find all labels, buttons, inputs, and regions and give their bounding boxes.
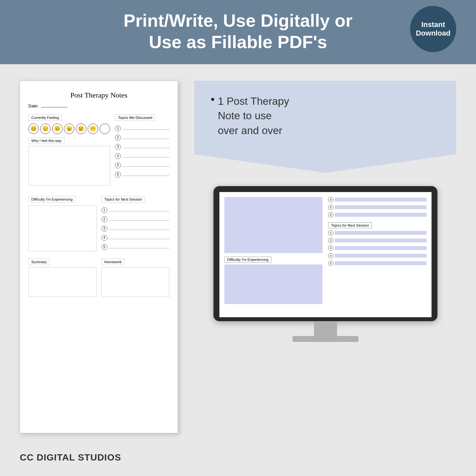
blue-banner: • 1 Post TherapyNote to useover and over: [194, 81, 456, 173]
doc-left-col: Currently Feeling 😊 😔 😐 😠 😢 😶 Why I feel…: [28, 114, 110, 189]
emoji-row: 😊 😔 😐 😠 😢 😶: [28, 124, 110, 134]
difficulty-label: Difficulty I'm Experiencing: [28, 196, 75, 203]
list-item: 5: [101, 244, 170, 250]
topics-next-list: 1 2 3 4 5: [101, 207, 170, 250]
list-item: 6: [115, 172, 169, 178]
screen-box-small: [224, 265, 323, 304]
topics-discussed-label: Topics We Discussed: [115, 114, 155, 121]
instant-download-badge: Instant Download: [410, 6, 456, 52]
header-banner: Print/Write, Use Digitally orUse as Fill…: [0, 0, 476, 64]
emoji-angry: 😠: [64, 124, 74, 134]
screen-content: Difficulty I'm Experiencing 4 5 6: [219, 192, 432, 317]
summary-label: Summary: [28, 259, 50, 265]
list-item: 1: [101, 207, 170, 213]
screen-list-item: 5: [328, 261, 427, 266]
monitor-stand-neck: [314, 321, 337, 336]
emoji-happy: 😊: [28, 124, 39, 134]
why-label: Why I feel this way: [28, 137, 65, 144]
screen-left: Difficulty I'm Experiencing: [224, 197, 323, 312]
difficulty-text-box: [28, 205, 97, 251]
main-content: Post Therapy Notes Date: Currently Feeli…: [0, 64, 476, 446]
summary-text-box: [28, 267, 97, 297]
topics-next-col: Topics for Next Session 1 2 3 4 5: [101, 193, 170, 255]
topics-discussed-list: 1 2 3 4 5 6: [115, 126, 169, 178]
screen-topics-next-label: Topics for Next Session: [328, 222, 372, 228]
badge-line2: Download: [416, 29, 450, 38]
bullet-point: • 1 Post TherapyNote to useover and over: [211, 94, 440, 138]
screen-list-item: 4: [328, 253, 427, 258]
bottom-two-col: Summary Homework: [28, 259, 169, 301]
badge-line1: Instant: [421, 20, 445, 29]
homework-label: Homework: [101, 259, 125, 265]
emoji-neutral: 😐: [52, 124, 63, 134]
monitor-outer: Difficulty I'm Experiencing 4 5 6: [213, 186, 437, 321]
screen-box-main: [224, 197, 323, 253]
bullet-dot: •: [211, 94, 214, 104]
header-title: Print/Write, Use Digitally orUse as Fill…: [124, 10, 352, 53]
doc-title: Post Therapy Notes: [28, 91, 169, 99]
screen-list-item: 4: [328, 197, 427, 202]
screen-difficulty-label: Difficulty I'm Experiencing: [224, 257, 271, 263]
homework-text-box: [101, 267, 170, 297]
list-item: 3: [101, 226, 170, 232]
list-item: 2: [101, 216, 170, 222]
homework-col: Homework: [101, 259, 170, 301]
currently-feeling-label: Currently Feeling: [28, 114, 62, 121]
doc-second-row: Difficulty I'm Experiencing Topics for N…: [28, 193, 169, 255]
screen-list-item: 1: [328, 230, 427, 236]
list-item: 4: [101, 235, 170, 241]
why-text-box: [28, 146, 110, 185]
banner-text: 1 Post TherapyNote to useover and over: [218, 94, 289, 138]
emoji-blank: 😶: [88, 124, 98, 134]
summary-col: Summary: [28, 259, 97, 301]
monitor-screen: Difficulty I'm Experiencing 4 5 6: [219, 192, 432, 317]
monitor-container: Difficulty I'm Experiencing 4 5 6: [194, 186, 456, 342]
list-item: 1: [115, 126, 169, 131]
list-item: 5: [115, 162, 169, 168]
screen-list-top: 4 5 6: [328, 197, 427, 217]
screen-right: 4 5 6 Topics for Next Session 1 2 3: [326, 197, 427, 312]
list-item: 4: [115, 153, 169, 159]
screen-list-item: 3: [328, 245, 427, 251]
brand-name: CC DIGITAL STUDIOS: [20, 452, 121, 463]
difficulty-col: Difficulty I'm Experiencing: [28, 193, 97, 255]
list-item: 3: [115, 144, 169, 150]
emoji-empty: [99, 124, 110, 134]
screen-two-col: Difficulty I'm Experiencing 4 5 6: [224, 197, 427, 312]
paper-document: Post Therapy Notes Date: Currently Feeli…: [20, 81, 178, 433]
doc-right-col: Topics We Discussed 1 2 3 4 5 6: [115, 114, 169, 189]
screen-list-item: 2: [328, 238, 427, 243]
emoji-cry: 😢: [76, 124, 86, 134]
footer: CC DIGITAL STUDIOS: [20, 452, 121, 463]
screen-list-item: 5: [328, 205, 427, 210]
right-section: • 1 Post TherapyNote to useover and over…: [194, 81, 456, 433]
list-item: 2: [115, 135, 169, 141]
doc-two-col: Currently Feeling 😊 😔 😐 😠 😢 😶 Why I feel…: [28, 114, 169, 189]
screen-list-item: 6: [328, 212, 427, 217]
monitor-stand-base: [293, 336, 358, 342]
emoji-sad: 😔: [40, 124, 51, 134]
topics-next-label: Topics for Next Session: [101, 196, 145, 203]
screen-list-bottom: 1 2 3 4 5: [328, 230, 427, 266]
doc-date: Date:: [28, 103, 169, 108]
